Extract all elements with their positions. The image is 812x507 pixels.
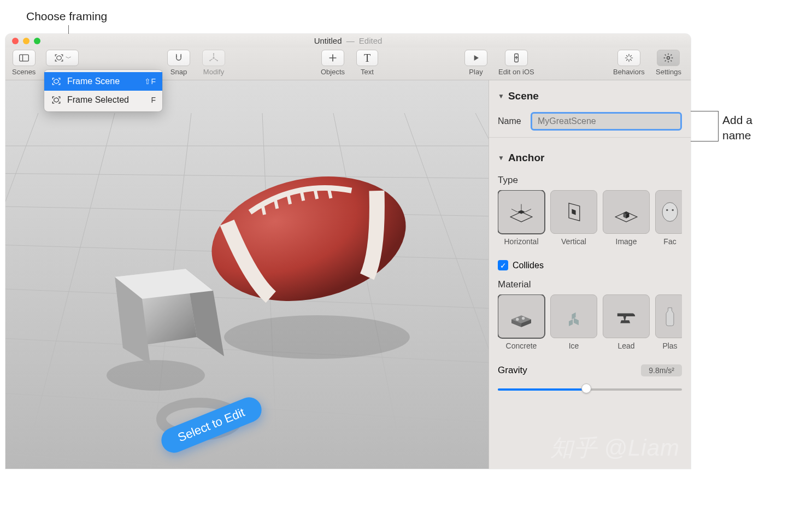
toolbar-text: T Text xyxy=(356,50,378,76)
tile-label: Lead xyxy=(617,341,634,350)
menu-item-frame-scene[interactable]: Frame Scene ⇧F xyxy=(44,72,162,91)
scenes-button[interactable] xyxy=(13,50,36,66)
gravity-label: Gravity xyxy=(498,365,527,376)
svg-line-62 xyxy=(329,188,331,198)
modify-label: Modify xyxy=(203,68,224,76)
objects-button[interactable] xyxy=(321,50,344,66)
svg-line-32 xyxy=(665,60,666,61)
svg-point-81 xyxy=(522,317,525,320)
settings-button[interactable] xyxy=(657,50,680,66)
play-label: Play xyxy=(469,68,483,76)
svg-line-22 xyxy=(630,55,631,56)
anchor-section: ▼ Anchor Type Horizontal Vertical xyxy=(489,142,691,398)
tile-label: Plas xyxy=(662,341,677,350)
material-lead[interactable]: Lead xyxy=(603,294,650,350)
anchor-type-image[interactable]: Image xyxy=(603,190,650,246)
scene-header[interactable]: ▼ Scene xyxy=(498,86,682,104)
edit-ios-label: Edit on iOS xyxy=(498,68,534,76)
toolbar-settings: Settings xyxy=(656,50,681,76)
svg-marker-82 xyxy=(569,319,573,326)
svg-marker-69 xyxy=(572,209,575,215)
viewport-3d[interactable]: Select to Edit xyxy=(5,80,489,469)
material-label: Material xyxy=(498,279,682,290)
menu-item-shortcut: ⇧F xyxy=(144,77,156,86)
disclosure-triangle-icon: ▼ xyxy=(498,92,504,100)
svg-line-67 xyxy=(511,209,517,212)
svg-line-7 xyxy=(215,59,217,61)
annotation-choose-framing: Choose framing xyxy=(26,10,107,23)
toolbar-play: Play xyxy=(464,50,487,76)
gear-icon xyxy=(663,52,674,63)
type-label: Type xyxy=(498,175,682,186)
svg-line-60 xyxy=(302,191,304,201)
ice-icon xyxy=(559,302,589,331)
collides-checkbox[interactable]: ✓ xyxy=(498,260,508,270)
svg-marker-84 xyxy=(572,313,575,320)
chevron-down-icon: ﹀ xyxy=(66,54,72,62)
toolbar-behaviors: Behaviors xyxy=(613,50,645,76)
gravity-slider[interactable] xyxy=(498,383,682,394)
sparkle-icon xyxy=(623,52,634,63)
svg-rect-0 xyxy=(19,55,28,61)
svg-line-23 xyxy=(626,60,627,61)
svg-line-29 xyxy=(665,55,666,56)
svg-line-30 xyxy=(671,60,672,61)
toolbar-snap: Snap xyxy=(167,50,190,76)
modify-icon xyxy=(208,52,219,63)
material-plastic[interactable]: Plas xyxy=(655,294,682,350)
material-ice[interactable]: Ice xyxy=(550,294,597,350)
anchor-header[interactable]: ▼ Anchor xyxy=(498,148,682,166)
tile-label: Ice xyxy=(569,341,579,350)
svg-point-9 xyxy=(209,60,210,61)
behaviors-label: Behaviors xyxy=(613,68,645,76)
play-button[interactable] xyxy=(464,50,487,66)
text-button[interactable]: T xyxy=(356,50,378,66)
material-concrete[interactable]: Concrete xyxy=(498,294,545,350)
anchor-type-face[interactable]: Fac xyxy=(655,190,682,246)
scenes-label: Scenes xyxy=(12,68,36,76)
frame-button[interactable]: ﹀ xyxy=(46,50,79,66)
behaviors-button[interactable] xyxy=(617,50,640,66)
vertical-plane-icon xyxy=(559,197,589,227)
phone-icon xyxy=(511,52,522,63)
snap-button[interactable] xyxy=(167,50,190,66)
framing-menu[interactable]: Frame Scene ⇧F Frame Selected F xyxy=(44,70,162,111)
window-title: Untitled — Edited xyxy=(5,36,691,45)
anchor-type-vertical[interactable]: Vertical xyxy=(550,190,597,246)
modify-button[interactable] xyxy=(202,50,225,66)
collides-label: Collides xyxy=(513,261,544,270)
toolbar-modify: Modify xyxy=(202,50,225,76)
name-label: Name xyxy=(498,116,524,126)
scene-section: ▼ Scene Name xyxy=(489,80,691,142)
objects-label: Objects xyxy=(321,68,345,76)
document-state: Edited xyxy=(359,36,383,45)
anvil-icon xyxy=(611,302,641,331)
bottle-icon xyxy=(656,302,682,331)
anchor-type-row: Horizontal Vertical Image Fac xyxy=(498,190,682,246)
frame-icon xyxy=(54,52,64,63)
svg-line-20 xyxy=(626,55,627,56)
svg-line-57 xyxy=(262,205,264,215)
svg-line-31 xyxy=(671,55,672,56)
svg-point-74 xyxy=(662,203,678,222)
collides-row[interactable]: ✓ Collides xyxy=(498,260,682,270)
menu-item-shortcut: F xyxy=(151,96,156,104)
toolbar-objects: Objects xyxy=(321,50,345,76)
horizontal-plane-icon xyxy=(507,197,536,227)
anchor-type-horizontal[interactable]: Horizontal xyxy=(498,190,545,246)
menu-item-frame-selected[interactable]: Frame Selected F xyxy=(44,91,162,109)
tile-label: Vertical xyxy=(561,237,586,246)
svg-marker-83 xyxy=(574,318,579,326)
slider-knob[interactable] xyxy=(581,384,591,393)
edit-ios-button[interactable] xyxy=(505,50,528,66)
document-name: Untitled xyxy=(314,36,342,45)
section-separator xyxy=(489,137,691,138)
svg-line-61 xyxy=(315,190,317,199)
material-row: Concrete Ice Lead Plas xyxy=(498,294,682,350)
gravity-value: 9.8m/s² xyxy=(641,364,682,376)
svg-point-55 xyxy=(224,315,410,359)
menu-item-label: Frame Selected xyxy=(67,95,129,105)
scene-name-input[interactable] xyxy=(531,112,682,131)
menu-item-label: Frame Scene xyxy=(67,76,120,86)
inspector-panel: ▼ Scene Name ▼ Anchor Type xyxy=(489,80,691,469)
